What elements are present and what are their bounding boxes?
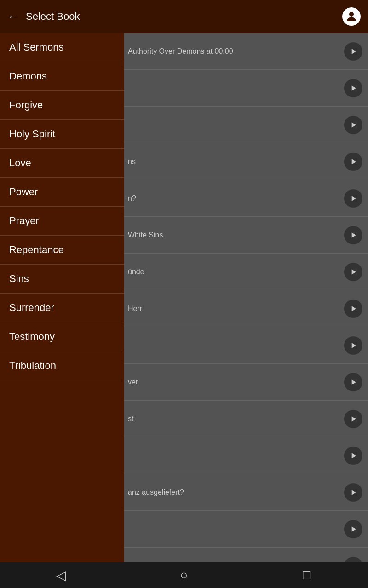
play-icon <box>349 304 358 313</box>
sermon-row <box>124 511 368 548</box>
play-icon <box>349 157 358 166</box>
play-icon <box>349 341 358 350</box>
play-button[interactable] <box>344 410 362 428</box>
content-area: Authority Over Demons at 00:00nsn?White … <box>124 33 368 562</box>
sermon-row <box>124 437 368 474</box>
sermon-title: n? <box>128 194 342 203</box>
sidebar-item-forgive[interactable]: Forgive <box>0 91 124 120</box>
play-button[interactable] <box>344 300 362 318</box>
svg-marker-3 <box>352 122 356 128</box>
play-icon <box>349 561 358 563</box>
sermon-list: Authority Over Demons at 00:00nsn?White … <box>124 33 368 562</box>
sermon-row <box>124 70 368 107</box>
play-icon <box>349 267 358 277</box>
play-button[interactable] <box>344 79 362 97</box>
sermon-row: Authority Over Demons at 00:00 <box>124 33 368 70</box>
nav-back-button[interactable]: ◁ <box>47 562 75 588</box>
sermon-row: ünde <box>124 254 368 290</box>
play-button[interactable] <box>344 153 362 171</box>
sermon-row <box>124 327 368 364</box>
sermon-row <box>124 107 368 143</box>
sermon-title: ns <box>128 158 342 166</box>
sidebar-item-sins[interactable]: Sins <box>0 265 124 294</box>
svg-marker-7 <box>352 269 356 275</box>
back-button[interactable]: ← <box>7 11 18 22</box>
sermon-row: ver <box>124 364 368 401</box>
sidebar-drawer: All SermonsDemonsForgiveHoly SpiritLoveP… <box>0 33 124 562</box>
sidebar-item-testimony[interactable]: Testimony <box>0 322 124 351</box>
sermon-row: Herr <box>124 290 368 327</box>
sidebar-item-power[interactable]: Power <box>0 178 124 207</box>
play-button[interactable] <box>344 263 362 281</box>
play-icon <box>349 378 358 387</box>
sermon-title: Herr <box>128 305 342 313</box>
svg-marker-6 <box>352 232 356 238</box>
play-icon <box>349 47 358 56</box>
play-icon <box>349 231 358 240</box>
nav-home-button[interactable]: ○ <box>170 562 198 588</box>
play-button[interactable] <box>344 336 362 355</box>
sermon-title: st <box>128 415 342 423</box>
svg-marker-1 <box>352 49 356 54</box>
bottom-navigation: ◁ ○ □ <box>0 562 368 588</box>
sermon-title: Authority Over Demons at 00:00 <box>128 47 342 56</box>
page-title: Select Book <box>26 11 342 23</box>
play-icon <box>349 414 358 424</box>
svg-marker-13 <box>352 490 356 495</box>
sermon-row: ns <box>124 143 368 180</box>
play-button[interactable] <box>344 557 362 563</box>
sermon-title: ver <box>128 378 342 386</box>
nav-recent-button[interactable]: □ <box>293 562 321 588</box>
play-icon <box>349 194 358 203</box>
svg-marker-5 <box>352 196 356 201</box>
play-button[interactable] <box>344 42 362 61</box>
play-icon <box>349 451 358 460</box>
sermon-row: st <box>124 401 368 437</box>
svg-marker-11 <box>352 416 356 422</box>
app-header: ← Select Book <box>0 0 368 33</box>
sidebar-item-surrender[interactable]: Surrender <box>0 294 124 322</box>
sidebar-item-all-sermons[interactable]: All Sermons <box>0 33 124 62</box>
sidebar-item-demons[interactable]: Demons <box>0 62 124 91</box>
play-button[interactable] <box>344 189 362 208</box>
play-icon <box>349 84 358 93</box>
play-icon <box>349 488 358 497</box>
sermon-title: White Sins <box>128 231 342 239</box>
play-button[interactable] <box>344 373 362 391</box>
sermon-row: White Sins <box>124 217 368 254</box>
svg-marker-14 <box>352 526 356 532</box>
account-icon <box>345 10 358 23</box>
svg-marker-12 <box>352 453 356 458</box>
sidebar-item-love[interactable]: Love <box>0 149 124 178</box>
sermon-row: anz ausgeliefert? <box>124 474 368 511</box>
play-icon <box>349 525 358 534</box>
sidebar-item-repentance[interactable]: Repentance <box>0 236 124 265</box>
play-icon <box>349 120 358 130</box>
main-container: All SermonsDemonsForgiveHoly SpiritLoveP… <box>0 33 368 562</box>
svg-marker-4 <box>352 159 356 164</box>
sermon-row: n? <box>124 180 368 217</box>
svg-marker-9 <box>352 343 356 348</box>
sidebar-item-tribulation[interactable]: Tribulation <box>0 351 124 380</box>
play-button[interactable] <box>344 520 362 538</box>
sidebar-item-prayer[interactable]: Prayer <box>0 207 124 236</box>
sermon-title: anz ausgeliefert? <box>128 488 342 497</box>
svg-marker-8 <box>352 306 356 311</box>
svg-marker-10 <box>352 379 356 385</box>
play-button[interactable] <box>344 116 362 134</box>
play-button[interactable] <box>344 226 362 244</box>
play-button[interactable] <box>344 483 362 502</box>
svg-marker-2 <box>352 85 356 91</box>
svg-point-0 <box>349 12 354 17</box>
sermon-title: ünde <box>128 268 342 276</box>
sidebar-item-holy-spirit[interactable]: Holy Spirit <box>0 120 124 149</box>
play-button[interactable] <box>344 447 362 465</box>
sermon-row <box>124 548 368 562</box>
account-avatar[interactable] <box>342 7 361 26</box>
